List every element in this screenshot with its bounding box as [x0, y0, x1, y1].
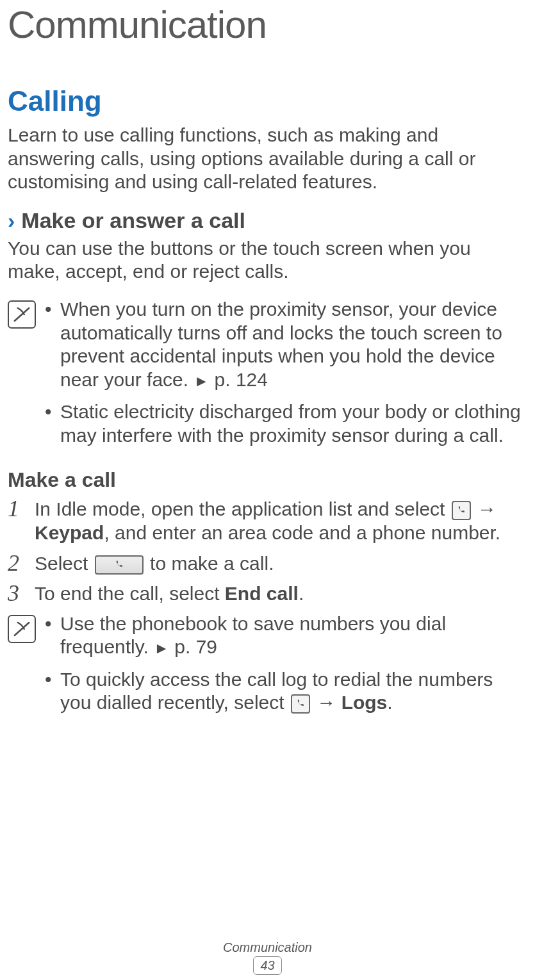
step-3-pre: To end the call, select [35, 583, 225, 604]
note2-item-2-bold: Logs [342, 692, 388, 713]
step-1: In Idle mode, open the application list … [8, 497, 527, 545]
chapter-title: Communication [8, 0, 527, 47]
reference-arrow-icon: ► [154, 639, 169, 657]
note-icon [8, 300, 36, 329]
note1-item-2: Static electricity discharged from your … [45, 400, 527, 447]
phone-app-icon [291, 694, 310, 714]
note1-item-1-text: When you turn on the proximity sensor, y… [60, 298, 502, 390]
step-1-bold: Keypad [35, 522, 104, 543]
note2-item-1-ref: p. 79 [169, 636, 217, 657]
note2-item-2-pre: To quickly access the call log to redial… [60, 669, 493, 714]
subheading-make-or-answer: › Make or answer a call [8, 208, 527, 233]
note-block-2: Use the phonebook to save numbers you di… [8, 612, 527, 724]
step-3: To end the call, select End call. [8, 582, 527, 606]
step-2-post: to make a call. [145, 553, 274, 574]
step-3-bold: End call [225, 583, 299, 604]
note2-item-1: Use the phonebook to save numbers you di… [45, 612, 527, 659]
arrow-right-icon: → [472, 498, 497, 519]
step-2: Select to make a call. [8, 551, 527, 576]
footer-label: Communication [0, 940, 535, 955]
note-block-1: When you turn on the proximity sensor, y… [8, 298, 527, 457]
section-intro: Learn to use calling functions, such as … [8, 124, 527, 194]
chevron-right-icon: › [8, 208, 15, 233]
note2-item-1-text: Use the phonebook to save numbers you di… [60, 613, 446, 658]
step-2-pre: Select [35, 553, 94, 574]
step-3-post: . [299, 583, 304, 604]
sub1-lead: You can use the buttons or the touch scr… [8, 237, 527, 284]
reference-arrow-icon: ► [193, 372, 209, 389]
note1-item-1-ref: p. 124 [209, 369, 268, 390]
subheading-text: Make or answer a call [21, 208, 245, 233]
steps-list: In Idle mode, open the application list … [8, 497, 527, 606]
subsubheading-make-a-call: Make a call [8, 468, 527, 492]
note2-item-2: To quickly access the call log to redial… [45, 668, 527, 715]
call-button-icon [95, 555, 144, 575]
phone-app-icon [452, 501, 471, 520]
footer-page-number: 43 [253, 956, 281, 975]
page-footer: Communication 43 [0, 940, 535, 975]
arrow-right-icon: → [311, 692, 342, 713]
step-1-pre: In Idle mode, open the application list … [35, 498, 450, 519]
note1-item-1: When you turn on the proximity sensor, y… [45, 298, 527, 391]
note-icon [8, 615, 36, 643]
note2-item-2-post: . [387, 692, 392, 713]
section-title-calling: Calling [8, 85, 527, 117]
step-1-post: , and enter an area code and a phone num… [104, 522, 500, 543]
